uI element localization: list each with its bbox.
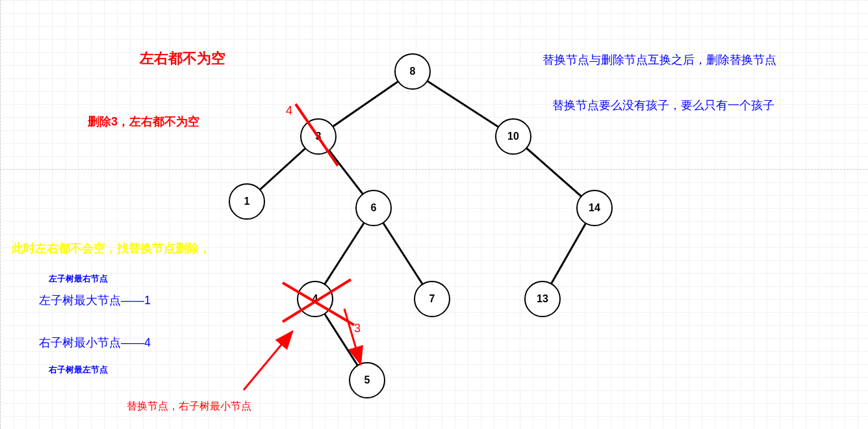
- title-label: 左右都不为空: [140, 49, 225, 68]
- tree-node-1: 1: [229, 183, 265, 220]
- node-label: 13: [537, 293, 548, 305]
- tree-node-14: 14: [576, 190, 613, 226]
- note-top-right-2: 替换节点要么没有孩子，要么只有一个孩子: [552, 98, 774, 113]
- tree-node-6: 6: [355, 190, 392, 226]
- tree-node-4: 4: [297, 281, 333, 317]
- note-top-right-1: 替换节点与删除节点互换之后，删除替换节点: [542, 52, 776, 68]
- note-right-sub-min: 右子树最左节点: [49, 364, 108, 376]
- node-label: 7: [429, 293, 435, 305]
- tree-node-3: 3: [300, 118, 337, 155]
- node-label: 4: [313, 293, 318, 305]
- tree-node-8: 8: [394, 53, 431, 90]
- slash3-number: 4: [286, 104, 292, 118]
- note-left-max: 左子树最大节点——1: [39, 292, 151, 308]
- node-label: 6: [371, 202, 377, 214]
- horizontal-axis: [0, 169, 868, 170]
- subtitle-label: 删除3，左右都不为空: [88, 114, 199, 129]
- tree-node-7: 7: [414, 281, 450, 317]
- tree-node-13: 13: [524, 281, 561, 317]
- node-label: 8: [410, 66, 416, 77]
- node-label: 5: [364, 374, 370, 386]
- tree-node-5: 5: [349, 362, 385, 398]
- node-label: 10: [507, 131, 519, 142]
- note-bottom-red: 替换节点，右子树最小节点: [127, 400, 251, 413]
- tree-node-10: 10: [495, 118, 531, 155]
- note-yellow: 此时左右都不会空，找替换节点删除，: [12, 240, 211, 256]
- vertical-axis: [0, 0, 1, 429]
- note-right-min: 右子树最小节点——4: [39, 335, 151, 350]
- node-label: 1: [244, 196, 250, 207]
- node-label: 14: [589, 202, 600, 214]
- node-label: 3: [316, 131, 322, 142]
- note-left-sub-max: 左子树最右节点: [49, 273, 108, 285]
- cross4-number: 3: [354, 322, 361, 335]
